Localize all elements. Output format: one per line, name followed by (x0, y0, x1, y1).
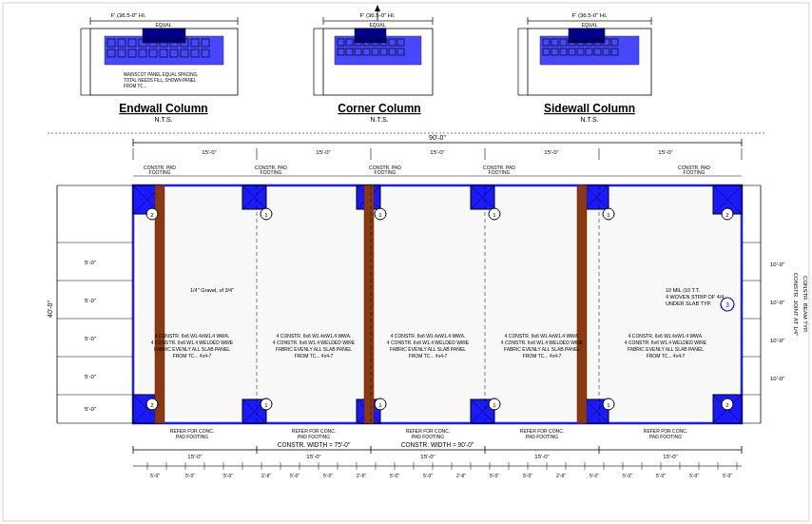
svg-text:F' (36.5-0" HI.: F' (36.5-0" HI. (111, 12, 146, 18)
svg-text:FOOTING: FOOTING (489, 169, 511, 175)
svg-text:FABRIC EVENLY ALL SLAB PANEL: FABRIC EVENLY ALL SLAB PANEL (154, 346, 230, 352)
svg-text:5'-0": 5'-0" (523, 473, 532, 478)
svg-text:FROM TC... 4x4-7: FROM TC... 4x4-7 (409, 353, 448, 359)
svg-text:FABRIC EVENLY ALL SLAB PANEL: FABRIC EVENLY ALL SLAB PANEL (276, 346, 352, 352)
svg-text:4 CONSTR. 6x6 W1.4xW1.4 WWA.: 4 CONSTR. 6x6 W1.4xW1.4 WWA. (391, 333, 466, 339)
svg-text:PAD FOOTING: PAD FOOTING (412, 434, 444, 439)
svg-text:FROM TC... 4x4-7: FROM TC... 4x4-7 (523, 353, 562, 359)
svg-text:3: 3 (725, 301, 729, 308)
svg-text:FROM TC... 4x4-7: FROM TC... 4x4-7 (295, 353, 334, 359)
svg-text:FABRIC EVENLY ALL SLAB PANEL: FABRIC EVENLY ALL SLAB PANEL (628, 346, 704, 352)
svg-text:FOOTING: FOOTING (149, 169, 171, 175)
svg-text:15'-0": 15'-0" (544, 149, 558, 155)
svg-text:FOOTING: FOOTING (684, 169, 706, 175)
svg-text:15'-0": 15'-0" (306, 454, 320, 459)
svg-text:4 CONSTR. 6x6 W1.4 WELDED WIRE: 4 CONSTR. 6x6 W1.4 WELDED WIRE (625, 340, 707, 345)
svg-text:FOOTING: FOOTING (261, 169, 282, 175)
svg-text:4 CONSTR. 6x6 W1.4 WELDED WIRE: 4 CONSTR. 6x6 W1.4 WELDED WIRE (273, 340, 356, 345)
svg-text:4 CONSTR. 6x6 W1.4xW1.4 WWA.: 4 CONSTR. 6x6 W1.4xW1.4 WWA. (628, 333, 704, 339)
svg-text:5'-0": 5'-0" (323, 473, 333, 478)
svg-text:4 CONSTR. 6x6 W1.4xW1.4 WWA.: 4 CONSTR. 6x6 W1.4xW1.4 WWA. (155, 333, 230, 339)
svg-text:5'-0": 5'-0" (423, 473, 433, 478)
svg-text:EQUAL: EQUAL (156, 22, 172, 28)
svg-text:PAD FOOTING: PAD FOOTING (176, 434, 208, 439)
svg-text:PAD FOOTING: PAD FOOTING (526, 434, 558, 439)
svg-text:15'-0": 15'-0" (187, 454, 202, 459)
svg-text:5'-0": 5'-0" (490, 473, 499, 478)
svg-text:PAD FOOTING: PAD FOOTING (298, 434, 330, 439)
svg-text:EQUAL: EQUAL (370, 22, 386, 28)
svg-text:UNDER SLAB TYP.: UNDER SLAB TYP. (666, 301, 712, 306)
svg-text:10'-0": 10'-0" (770, 338, 784, 343)
svg-text:90'-0": 90'-0" (429, 134, 446, 141)
svg-text:FABRIC EVENLY ALL SLAB PANEL: FABRIC EVENLY ALL SLAB PANEL (504, 346, 580, 352)
svg-text:FROM TC...: FROM TC... (124, 84, 146, 88)
svg-text:15'-0": 15'-0" (534, 454, 549, 459)
svg-text:FROM TC... 4x4-7: FROM TC... 4x4-7 (173, 353, 212, 359)
svg-text:5'-0": 5'-0" (723, 473, 732, 478)
svg-text:4 WOVEN STRIP OF 4/4: 4 WOVEN STRIP OF 4/4 (666, 294, 724, 300)
svg-text:CONSTR. WIDTH = 90'-0": CONSTR. WIDTH = 90'-0" (401, 441, 474, 448)
svg-text:2'-6": 2'-6" (456, 473, 466, 478)
svg-text:5'-0": 5'-0" (85, 260, 96, 265)
main-container: F' (36.5-0" HI. EQUAL WAINSCOT PANEL EQU… (0, 0, 812, 524)
svg-rect-190 (364, 185, 374, 423)
svg-text:EQUAL: EQUAL (582, 22, 598, 28)
svg-text:CONSTR. WIDTH = 75'-0": CONSTR. WIDTH = 75'-0" (278, 441, 351, 448)
svg-text:WAINSCOT PANEL EQUAL SPACING,: WAINSCOT PANEL EQUAL SPACING, (124, 72, 198, 77)
svg-text:4 CONSTR. 6x6 W1.4xW1.4 WWA.: 4 CONSTR. 6x6 W1.4xW1.4 WWA. (505, 333, 580, 339)
svg-text:TOTAL NEEDS FILL, SHOWN PANEL: TOTAL NEEDS FILL, SHOWN PANEL (124, 78, 197, 83)
svg-text:F' (36.5-0" HI.: F' (36.5-0" HI. (572, 12, 608, 18)
svg-text:4 CONSTR. 6x6 W1.4 WELDED WIRE: 4 CONSTR. 6x6 W1.4 WELDED WIRE (151, 340, 234, 345)
svg-rect-189 (155, 185, 164, 423)
svg-text:N.T.S.: N.T.S. (580, 116, 598, 123)
svg-text:5'-0": 5'-0" (689, 473, 699, 478)
svg-text:15'-0": 15'-0" (420, 454, 435, 459)
svg-text:5'-0": 5'-0" (290, 473, 300, 478)
svg-text:15'-0": 15'-0" (202, 149, 216, 155)
svg-text:10'-0": 10'-0" (770, 262, 784, 267)
svg-text:40'-0": 40'-0" (47, 301, 53, 318)
svg-text:Endwall Column: Endwall Column (119, 102, 207, 115)
svg-text:5'-0": 5'-0" (150, 473, 160, 478)
svg-text:5'-0": 5'-0" (85, 336, 96, 341)
svg-text:15'-0": 15'-0" (316, 149, 330, 155)
svg-text:CONSTR. BEAM TYP.: CONSTR. BEAM TYP. (802, 276, 808, 333)
svg-text:FROM TC... 4x4-7: FROM TC... 4x4-7 (647, 353, 686, 359)
svg-rect-65 (569, 29, 605, 43)
svg-text:5'-0": 5'-0" (623, 473, 632, 478)
svg-text:15'-0": 15'-0" (663, 454, 677, 459)
cad-drawing: F' (36.5-0" HI. EQUAL WAINSCOT PANEL EQU… (0, 0, 812, 524)
svg-text:Sidewall Column: Sidewall Column (544, 102, 635, 115)
svg-text:4 CONSTR. 6x6 W1.4xW1.4 WWA.: 4 CONSTR. 6x6 W1.4xW1.4 WWA. (277, 333, 352, 339)
svg-text:FABRIC EVENLY ALL SLAB PANEL: FABRIC EVENLY ALL SLAB PANEL (390, 346, 466, 352)
cad-svg: F' (36.5-0" HI. EQUAL WAINSCOT PANEL EQU… (0, 0, 812, 524)
svg-text:5'-0": 5'-0" (185, 473, 195, 478)
svg-text:5'-0": 5'-0" (390, 473, 399, 478)
svg-text:2'-6": 2'-6" (261, 473, 271, 478)
svg-text:2'-6": 2'-6" (556, 473, 566, 478)
svg-text:5'-0": 5'-0" (590, 473, 599, 478)
svg-text:5'-0": 5'-0" (85, 298, 96, 303)
svg-text:4 CONSTR. 6x6 W1.4 WELDED WIRE: 4 CONSTR. 6x6 W1.4 WELDED WIRE (387, 340, 470, 345)
svg-text:10'-0": 10'-0" (770, 300, 784, 305)
svg-text:N.T.S.: N.T.S. (154, 116, 172, 123)
svg-text:4 CONSTR. 6x6 W1.4 WELDED WIRE: 4 CONSTR. 6x6 W1.4 WELDED WIRE (501, 340, 584, 345)
svg-rect-126 (138, 190, 737, 418)
svg-text:1/4" Gravel, of 3/4": 1/4" Gravel, of 3/4" (190, 287, 234, 293)
svg-text:5'-0": 5'-0" (656, 473, 666, 478)
svg-marker-62 (375, 5, 380, 11)
svg-text:5'-0": 5'-0" (85, 406, 96, 412)
svg-text:15'-0": 15'-0" (658, 149, 672, 155)
svg-text:10 MIL (10 T.T.: 10 MIL (10 T.T. (666, 287, 701, 293)
svg-text:15'-0": 15'-0" (430, 149, 444, 155)
svg-text:FOOTING: FOOTING (375, 169, 396, 175)
svg-text:10'-0": 10'-0" (770, 376, 784, 381)
svg-text:5'-0": 5'-0" (223, 473, 233, 478)
svg-text:CONSTR. JOINT AT 1/4": CONSTR. JOINT AT 1/4" (793, 273, 799, 336)
svg-text:2'-6": 2'-6" (357, 473, 366, 478)
svg-text:PAD FOOTING: PAD FOOTING (649, 434, 682, 439)
svg-text:N.T.S.: N.T.S. (370, 116, 388, 123)
svg-text:Corner Column: Corner Column (338, 102, 420, 115)
svg-rect-36 (355, 29, 386, 43)
